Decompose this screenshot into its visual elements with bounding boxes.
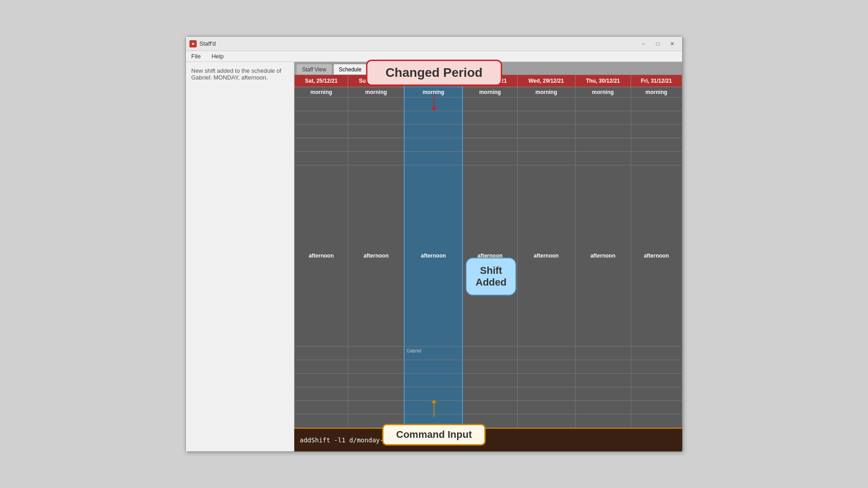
table-row bbox=[295, 98, 682, 111]
morning-sun: morning bbox=[348, 87, 405, 98]
table-row bbox=[295, 138, 682, 152]
window-controls: − □ ✕ bbox=[637, 39, 679, 49]
table-row bbox=[295, 373, 682, 387]
table-row bbox=[295, 152, 682, 165]
app-icon: ★ bbox=[189, 40, 197, 47]
command-bar bbox=[294, 428, 682, 451]
menu-help[interactable]: Help bbox=[210, 52, 226, 61]
afternoon-sun: afternoon bbox=[348, 165, 405, 347]
table-row bbox=[295, 387, 682, 400]
afternoon-mon: afternoon bbox=[404, 165, 462, 347]
morning-fri: morning bbox=[631, 87, 682, 98]
window-title: Staff'd bbox=[199, 40, 216, 47]
afternoon-wed: afternoon bbox=[517, 165, 575, 347]
close-button[interactable]: ✕ bbox=[666, 39, 679, 49]
shift-added-text: ShiftAdded bbox=[476, 265, 506, 288]
table-row bbox=[295, 125, 682, 138]
morning-tue: morning bbox=[462, 87, 518, 98]
main-area: Staff View Schedule Sat, 25/12/21 Sun, 2… bbox=[294, 62, 682, 451]
menu-file[interactable]: File bbox=[189, 52, 203, 61]
afternoon-header-row: afternoon afternoon afternoon afternoon … bbox=[295, 165, 682, 347]
date-sat: Sat, 25/12/21 bbox=[295, 75, 348, 87]
morning-sat: morning bbox=[295, 87, 348, 98]
date-fri: Fri, 31/12/21 bbox=[631, 75, 682, 87]
sidebar-message: New shift added to the schedule of Gabri… bbox=[191, 67, 288, 81]
gabriel-label: Gabriel bbox=[406, 347, 461, 354]
command-input-arrow bbox=[434, 403, 434, 417]
date-thu: Thu, 30/12/21 bbox=[575, 75, 631, 87]
table-row bbox=[295, 414, 682, 427]
afternoon-fri: afternoon bbox=[631, 165, 682, 347]
schedule-container: Sat, 25/12/21 Sun, 26/12/21 Mon, 27/12/2… bbox=[294, 75, 682, 428]
command-input-annotation: Command Input bbox=[382, 424, 486, 446]
changed-period-arrow bbox=[434, 94, 434, 108]
minimize-button[interactable]: − bbox=[637, 39, 650, 49]
schedule-table: Sat, 25/12/21 Sun, 26/12/21 Mon, 27/12/2… bbox=[294, 75, 682, 428]
sidebar: New shift added to the schedule of Gabri… bbox=[186, 62, 294, 451]
title-bar: ★ Staff'd − □ ✕ bbox=[186, 37, 682, 51]
title-bar-left: ★ Staff'd bbox=[189, 40, 216, 47]
table-row bbox=[295, 400, 682, 414]
tab-schedule[interactable]: Schedule bbox=[333, 64, 368, 75]
shift-added-annotation: ShiftAdded bbox=[466, 258, 516, 296]
morning-header-row: morning morning morning morning morning … bbox=[295, 87, 682, 98]
afternoon-sat: afternoon bbox=[295, 165, 348, 347]
table-row bbox=[295, 360, 682, 373]
maximize-button[interactable]: □ bbox=[651, 39, 664, 49]
morning-thu: morning bbox=[575, 87, 631, 98]
date-wed: Wed, 29/12/21 bbox=[517, 75, 575, 87]
afternoon-tue: afternoon bbox=[462, 165, 518, 347]
morning-wed: morning bbox=[517, 87, 575, 98]
afternoon-thu: afternoon bbox=[575, 165, 631, 347]
gabriel-row: Gabriel bbox=[295, 346, 682, 360]
content-area: New shift added to the schedule of Gabri… bbox=[186, 62, 682, 451]
changed-period-annotation: Changed Period bbox=[366, 60, 502, 86]
tab-staff-view[interactable]: Staff View bbox=[296, 64, 332, 75]
command-input[interactable] bbox=[300, 436, 677, 444]
table-row bbox=[295, 111, 682, 125]
